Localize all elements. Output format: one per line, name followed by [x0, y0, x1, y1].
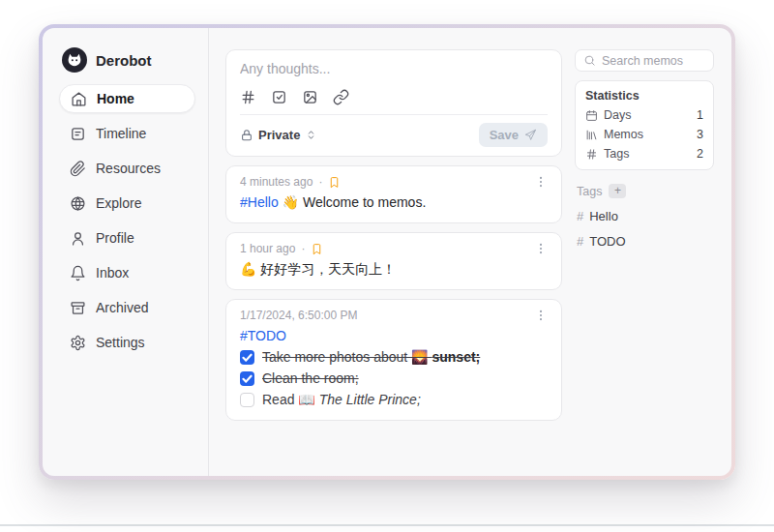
right-sidebar: Statistics Days 1 Memos 3 Tags 2	[575, 49, 714, 476]
sidebar-item-label: Timeline	[96, 126, 146, 141]
globe-icon	[70, 195, 86, 212]
stat-label: Days	[604, 108, 631, 122]
left-sidebar: Derobot Home Timeline Resources Explore …	[43, 28, 209, 476]
memo-feed: Private Save 4 minutes ago ·	[225, 49, 562, 476]
bell-icon	[70, 265, 86, 281]
main-area: Private Save 4 minutes ago ·	[209, 28, 731, 476]
search-box	[575, 49, 714, 72]
search-input[interactable]	[602, 54, 705, 68]
sidebar-item-timeline[interactable]: Timeline	[59, 119, 195, 148]
gear-icon	[70, 335, 86, 351]
add-tag-button[interactable]: +	[609, 184, 626, 198]
stat-value: 3	[697, 128, 703, 141]
sidebar-item-label: Profile	[96, 230, 134, 246]
hashtag-icon[interactable]	[240, 89, 256, 105]
memo-timestamp: 1/17/2024, 6:50:00 PM	[240, 309, 357, 322]
checkbox-icon[interactable]	[271, 89, 287, 105]
page-background: Derobot Home Timeline Resources Explore …	[0, 0, 774, 532]
calendar-icon	[585, 109, 598, 122]
task-item: Clean the room;	[240, 369, 548, 388]
tag-name: Hello	[589, 209, 618, 223]
save-label: Save	[490, 128, 519, 142]
archive-icon	[70, 300, 86, 316]
stat-row-days: Days 1	[585, 108, 703, 122]
sidebar-item-label: Settings	[96, 335, 145, 350]
link-icon[interactable]	[333, 89, 349, 105]
checkbox-unchecked[interactable]	[240, 393, 254, 407]
visibility-select[interactable]: Private	[240, 128, 317, 142]
memo-tag-link[interactable]: #Hello	[240, 194, 279, 210]
stat-value: 1	[697, 108, 703, 122]
search-icon	[583, 54, 596, 67]
tags-title: Tags	[577, 185, 602, 198]
statistics-panel: Statistics Days 1 Memos 3 Tags 2	[575, 80, 714, 170]
stat-row-memos: Memos 3	[585, 128, 703, 141]
memo-tag-link[interactable]: #TODO	[240, 328, 286, 343]
checkbox-checked[interactable]	[240, 371, 254, 386]
statistics-title: Statistics	[585, 89, 703, 103]
sidebar-item-inbox[interactable]: Inbox	[59, 258, 195, 287]
memo-content: #Hello 👋 Welcome to memos.	[240, 193, 548, 212]
task-item: Read 📖 The Little Prince;	[240, 391, 548, 409]
task-item: Take more photos about 🌄 sunset;	[240, 348, 548, 367]
memo-card: 1 hour ago · 💪 好好学习，天天向上！	[225, 232, 562, 290]
sidebar-item-home[interactable]: Home	[59, 84, 195, 113]
memo-text: 👋 Welcome to memos.	[283, 194, 427, 210]
hash-prefix: #	[577, 234, 583, 249]
checkbox-checked[interactable]	[240, 350, 254, 365]
bookmark-icon[interactable]	[311, 243, 323, 255]
dot-separator: ·	[318, 175, 322, 189]
cat-avatar-icon	[62, 47, 87, 73]
user-menu[interactable]: Derobot	[59, 47, 195, 73]
bookmark-icon[interactable]	[328, 176, 341, 189]
tag-item-todo[interactable]: # TODO	[575, 234, 714, 249]
memo-card: 4 minutes ago · #Hello 👋 Welcome to memo…	[225, 165, 562, 223]
task-text: Clean the room;	[262, 369, 359, 388]
editor-toolbar	[240, 89, 548, 105]
sidebar-item-label: Explore	[96, 195, 141, 211]
tag-item-hello[interactable]: # Hello	[575, 209, 714, 223]
hash-prefix: #	[577, 209, 583, 223]
sidebar-item-label: Resources	[96, 161, 161, 176]
tags-header: Tags +	[575, 184, 714, 198]
lock-icon	[240, 129, 253, 142]
sidebar-item-profile[interactable]: Profile	[59, 223, 195, 252]
sidebar-item-label: Inbox	[96, 265, 129, 281]
user-name: Derobot	[96, 52, 152, 69]
sidebar-item-settings[interactable]: Settings	[59, 328, 195, 357]
sidebar-item-archived[interactable]: Archived	[59, 293, 195, 322]
sidebar-nav: Home Timeline Resources Explore Profile …	[59, 84, 195, 357]
timeline-icon	[70, 126, 86, 142]
stat-label: Memos	[604, 128, 643, 141]
dot-separator: ·	[301, 242, 305, 255]
sidebar-item-label: Archived	[96, 300, 148, 315]
kebab-menu-icon[interactable]	[534, 175, 548, 189]
memo-timestamp: 1 hour ago	[240, 242, 295, 255]
save-button[interactable]: Save	[479, 123, 548, 147]
task-text: Take more photos about 🌄 sunset;	[262, 348, 480, 367]
memo-input[interactable]	[240, 61, 548, 84]
chevrons-up-down-icon	[305, 129, 317, 141]
stat-row-tags: Tags 2	[585, 147, 703, 161]
visibility-label: Private	[258, 128, 300, 142]
send-icon	[524, 129, 537, 141]
tag-name: TODO	[589, 234, 625, 249]
task-text: Read 📖 The Little Prince;	[262, 391, 421, 409]
app-window: Derobot Home Timeline Resources Explore …	[39, 24, 735, 480]
sidebar-item-label: Home	[97, 91, 134, 106]
memo-text: 💪 好好学习，天天向上！	[240, 261, 396, 277]
kebab-menu-icon[interactable]	[534, 309, 548, 322]
user-icon	[70, 230, 86, 247]
memo-content: #TODO Take more photos about 🌄 sunset; C…	[240, 327, 548, 409]
kebab-menu-icon[interactable]	[534, 242, 548, 255]
sidebar-item-explore[interactable]: Explore	[59, 189, 195, 218]
memo-content: 💪 好好学习，天天向上！	[240, 260, 548, 279]
memo-editor: Private Save	[225, 49, 562, 157]
library-icon	[585, 129, 598, 141]
stat-value: 2	[697, 147, 703, 161]
stat-label: Tags	[604, 147, 629, 161]
paperclip-icon	[70, 161, 86, 177]
sidebar-item-resources[interactable]: Resources	[59, 154, 195, 183]
image-icon[interactable]	[302, 89, 318, 105]
page-bottom-divider	[0, 524, 774, 526]
